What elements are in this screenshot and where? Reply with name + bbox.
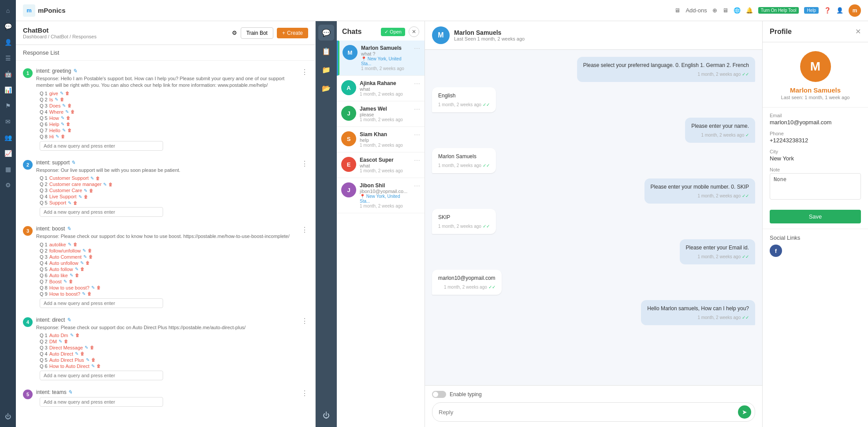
query-label[interactable]: Support <box>49 200 67 205</box>
edit-icon[interactable]: ✎ <box>61 122 64 126</box>
nav-chat-icon[interactable]: 💬 <box>1 19 15 33</box>
delete-icon[interactable]: 🗑 <box>67 128 72 133</box>
edit-icon[interactable]: ✎ <box>82 291 86 296</box>
delete-icon[interactable]: 🗑 <box>90 345 94 350</box>
sidebar-doc-icon[interactable]: 📋 <box>318 43 334 59</box>
edit-icon[interactable]: ✎ <box>91 285 95 290</box>
nav-message-icon[interactable]: ✉ <box>1 115 15 129</box>
query-label[interactable]: Auto Comment <box>49 254 82 260</box>
nav-home-icon[interactable]: ⌂ <box>1 4 15 18</box>
edit-icon[interactable]: ✎ <box>68 242 71 247</box>
delete-icon[interactable]: 🗑 <box>80 267 85 271</box>
delete-icon[interactable]: 🗑 <box>69 279 73 284</box>
delete-icon[interactable]: 🗑 <box>87 291 92 296</box>
nav-group-icon[interactable]: 👥 <box>1 130 15 145</box>
edit-icon[interactable]: ✎ <box>65 109 69 114</box>
query-input[interactable] <box>40 141 163 151</box>
user-badge[interactable]: m <box>849 4 861 17</box>
query-label[interactable]: Live Support <box>49 194 77 199</box>
query-label[interactable]: Does <box>49 103 61 108</box>
query-label[interactable]: How to use boost? <box>49 285 89 290</box>
edit-icon[interactable]: ✎ <box>70 273 73 278</box>
query-label[interactable]: Hi <box>49 134 54 139</box>
delete-icon[interactable]: 🗑 <box>80 351 85 356</box>
create-button[interactable]: + Create <box>277 28 308 38</box>
intent-more-icon[interactable]: ⋮ <box>301 389 308 397</box>
sidebar-power-icon[interactable]: ⏻ <box>318 408 334 423</box>
delete-icon[interactable]: 🗑 <box>108 182 113 187</box>
query-label[interactable]: Auto follow <box>49 267 73 272</box>
query-input[interactable] <box>40 207 163 217</box>
typing-toggle-switch[interactable] <box>432 391 446 398</box>
intent-more-icon[interactable]: ⋮ <box>301 160 308 168</box>
chats-close-button[interactable]: ✕ <box>409 26 419 37</box>
nav-power-icon[interactable]: ⏻ <box>1 409 15 423</box>
nav-bot-icon[interactable]: 🤖 <box>1 67 15 81</box>
query-input[interactable] <box>40 397 163 407</box>
edit-icon[interactable]: ✎ <box>80 260 84 265</box>
delete-icon[interactable]: 🗑 <box>73 201 78 205</box>
chat-menu-icon[interactable]: ⋯ <box>414 45 420 52</box>
edit-icon[interactable]: ✎ <box>56 134 59 139</box>
delete-icon[interactable]: 🗑 <box>64 339 68 344</box>
query-label[interactable]: How <box>49 115 59 121</box>
query-input[interactable] <box>40 298 163 308</box>
delete-icon[interactable]: 🗑 <box>67 103 72 108</box>
query-label[interactable]: Hello <box>49 128 60 133</box>
facebook-icon[interactable]: f <box>770 245 782 257</box>
nav-users-icon[interactable]: 👤 <box>1 35 15 49</box>
edit-icon[interactable]: ✎ <box>62 103 66 108</box>
intent-more-icon[interactable]: ⋮ <box>301 226 308 234</box>
query-label[interactable]: How to boost? <box>49 291 80 297</box>
query-label[interactable]: Boost <box>49 279 62 284</box>
query-label[interactable]: Is <box>49 97 53 102</box>
query-label[interactable]: give <box>49 91 58 96</box>
chat-item[interactable]: E Eascot Super what 1 month, 2 weeks ago… <box>337 152 425 178</box>
chat-item[interactable]: A Ajinka Rahane what 1 month, 2 weeks ag… <box>337 76 425 101</box>
edit-icon[interactable]: ✎ <box>90 176 94 181</box>
delete-icon[interactable]: 🗑 <box>66 122 71 126</box>
delete-icon[interactable]: 🗑 <box>60 97 64 102</box>
sidebar-folder-icon[interactable]: 📁 <box>318 62 334 78</box>
query-label[interactable]: Where <box>49 109 63 115</box>
chat-menu-icon[interactable]: ⋯ <box>414 80 420 87</box>
query-label[interactable]: Direct Message <box>49 345 83 350</box>
help-badge[interactable]: Help <box>804 7 819 14</box>
addons-link[interactable]: Add-ons <box>685 7 707 14</box>
edit-icon[interactable]: ✎ <box>85 345 88 350</box>
edit-icon[interactable]: ✎ <box>75 267 78 271</box>
send-button[interactable]: ➤ <box>738 405 751 419</box>
nav-flag-icon[interactable]: ⚑ <box>1 99 15 113</box>
profile-close-button[interactable]: ✕ <box>855 27 861 36</box>
edit-icon[interactable]: ✎ <box>82 248 86 253</box>
note-textarea[interactable]: None <box>770 173 861 200</box>
edit-icon[interactable]: ✎ <box>60 91 63 96</box>
delete-icon[interactable]: 🗑 <box>89 188 93 193</box>
chat-item[interactable]: S Siam Khan help 1 month, 2 weeks ago ⋯ <box>337 127 425 152</box>
chat-item[interactable]: J Jibon Shil jibon10@yopmail.co... 📍 New… <box>337 178 425 213</box>
edit-icon[interactable]: ✎ <box>59 339 62 344</box>
edit-icon[interactable]: ✎ <box>61 115 64 120</box>
query-input[interactable] <box>40 371 163 380</box>
query-label[interactable]: DM <box>49 339 57 344</box>
reply-input[interactable] <box>439 409 738 416</box>
intent-more-icon[interactable]: ⋮ <box>301 317 308 325</box>
edit-icon[interactable]: ✎ <box>68 201 71 205</box>
delete-icon[interactable]: 🗑 <box>96 176 100 181</box>
query-label[interactable]: How to Auto Direct <box>49 364 89 369</box>
edit-icon[interactable]: ✎ <box>103 182 107 187</box>
query-label[interactable]: Auto like <box>49 273 68 278</box>
nav-bar-icon[interactable]: ▦ <box>1 162 15 176</box>
query-label[interactable]: autolike <box>49 242 66 247</box>
query-label[interactable]: Auto Dm <box>49 333 68 338</box>
edit-icon[interactable]: ✎ <box>78 194 82 199</box>
delete-icon[interactable]: 🗑 <box>71 109 75 114</box>
sidebar-archive-icon[interactable]: 📂 <box>318 80 334 96</box>
delete-icon[interactable]: 🗑 <box>91 357 96 362</box>
delete-icon[interactable]: 🗑 <box>73 242 78 247</box>
nav-menu-icon[interactable]: ☰ <box>1 51 15 65</box>
query-label[interactable]: Auto Direct Plus <box>49 357 84 363</box>
delete-icon[interactable]: 🗑 <box>88 248 92 253</box>
delete-icon[interactable]: 🗑 <box>89 254 93 259</box>
query-label[interactable]: Auto unfollow <box>49 260 78 266</box>
